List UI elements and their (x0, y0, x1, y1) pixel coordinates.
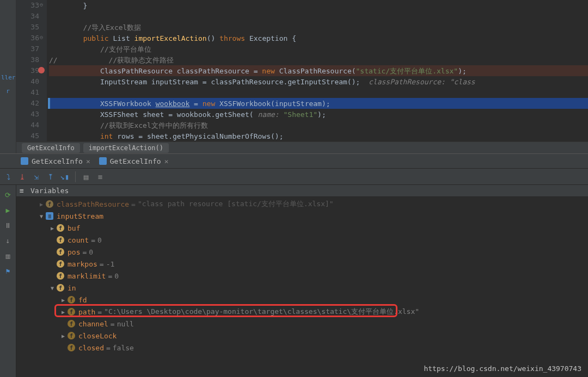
editor-area: 33 34 35 36 37 38 39 40 41 42 43 44 45 ⊖… (16, 0, 588, 153)
table-row[interactable]: fmarklimit=0 (16, 270, 588, 282)
gutter[interactable]: 33 34 35 36 37 38 39 40 41 42 43 44 45 ⊖… (16, 0, 47, 141)
field-icon: f (57, 248, 64, 256)
resume-icon[interactable]: ▶ (3, 205, 14, 215)
down-icon[interactable]: ↓ (3, 235, 14, 246)
run-to-cursor-icon[interactable]: ↘▮ (59, 171, 71, 183)
debug-icon (21, 157, 28, 165)
table-row[interactable]: fclosed=false (16, 342, 588, 354)
side-tool-2[interactable]: r (0, 84, 16, 98)
table-row[interactable]: fmarkpos=-1 (16, 258, 588, 270)
tab-debug-session-2[interactable]: GetExcelInfo× (95, 154, 173, 168)
table-row[interactable]: fcount=0 (16, 234, 588, 246)
variables-header[interactable]: ≡Variables (16, 185, 588, 197)
field-icon: f (68, 332, 75, 339)
force-step-icon[interactable]: ⇲ (30, 171, 42, 183)
debug-side-toolbar: ⟳ ▶ ⏸ ↓ ▥ ⚑ (0, 185, 16, 377)
error-icon[interactable] (38, 67, 45, 73)
close-icon[interactable]: × (86, 157, 90, 165)
exec-point-bar (48, 98, 50, 109)
step-over-icon[interactable]: ⤵ (2, 171, 14, 183)
debug-icon (99, 157, 107, 165)
field-icon: f (68, 320, 75, 327)
fold-icon[interactable]: ⊖ (40, 2, 43, 8)
table-row[interactable]: fpos=0 (16, 246, 588, 258)
breadcrumb-class[interactable]: GetExcelInfo (22, 143, 80, 153)
pause-icon[interactable]: ⏸ (3, 220, 14, 231)
table-row[interactable]: ▼fin (16, 282, 588, 294)
hamburger-icon: ≡ (20, 187, 27, 195)
stack-icon[interactable]: ▥ (3, 250, 14, 261)
field-icon: f (68, 296, 75, 304)
field-icon: f (57, 284, 64, 292)
debug-tabs: GetExcelInfo× GetExcelInfo× (0, 153, 588, 169)
watermark: https://blog.csdn.net/weixin_43970743 (424, 364, 581, 373)
side-tool-1[interactable]: ller (0, 71, 16, 84)
evaluate-icon[interactable]: ▤ (80, 171, 92, 183)
table-row[interactable]: ▼≡inputStream (16, 210, 588, 222)
rerun-icon[interactable]: ⟳ (3, 189, 14, 200)
table-row[interactable]: ▶fcloseLock (16, 330, 588, 342)
table-row[interactable]: ▶fpath="C:\Users \Desktop\code\pay-monit… (16, 306, 588, 318)
table-row[interactable]: ▶ffd (16, 294, 588, 306)
settings-icon[interactable]: ≡ (94, 171, 106, 183)
step-out-icon[interactable]: ⤒ (45, 171, 57, 183)
field-icon: ≡ (46, 212, 53, 220)
table-row[interactable]: ▶fclassPathResource="class path resource… (16, 198, 588, 210)
variables-tree[interactable]: ▶fclassPathResource="class path resource… (16, 197, 588, 377)
field-icon: f (57, 224, 64, 232)
field-icon: f (57, 236, 64, 244)
debug-toolbar: ⤵ ⤓ ⇲ ⤒ ↘▮ ▤ ≡ (0, 169, 588, 185)
field-icon: f (57, 260, 64, 268)
tool-window-strip[interactable]: ller r (0, 0, 16, 153)
table-row[interactable]: ▶fbuf (16, 222, 588, 234)
field-icon: f (57, 272, 64, 280)
close-icon[interactable]: × (164, 157, 169, 165)
field-icon: f (68, 344, 75, 351)
step-into-icon[interactable]: ⤓ (16, 171, 28, 183)
tab-debug-session-1[interactable]: GetExcelInfo× (16, 154, 95, 168)
fold-icon[interactable]: ⊖ (40, 34, 43, 40)
pin-icon[interactable]: ⚑ (3, 265, 14, 276)
table-row[interactable]: fchannel=null (16, 318, 588, 330)
breadcrumb-method[interactable]: importExcelAction() (83, 143, 169, 153)
breadcrumb: GetExcelInfo importExcelAction() (16, 141, 588, 153)
code-source[interactable]: } //导入Excel数据 public List importExcelAct… (47, 0, 588, 141)
field-icon: f (68, 308, 75, 316)
field-icon: f (46, 200, 53, 208)
